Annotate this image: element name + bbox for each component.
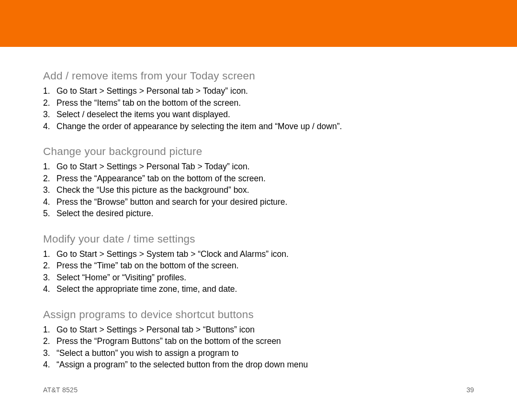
steps-list: Go to Start > Settings > Personal Tab > … <box>43 161 474 220</box>
step-item: Press the “Program Buttons” tab on the b… <box>43 335 474 347</box>
step-item: Check the “Use this picture as the backg… <box>43 184 474 196</box>
page-footer: AT&T 8525 39 <box>43 386 474 394</box>
steps-list: Go to Start > Settings > System tab > “C… <box>43 248 474 295</box>
step-item: Press the “Items” tab on the bottom of t… <box>43 97 474 109</box>
header-bar <box>0 0 517 47</box>
page-content: Add / remove items from your Today scree… <box>0 47 517 371</box>
step-item: Select the appropriate time zone, time, … <box>43 283 474 295</box>
step-item: Go to Start > Settings > Personal tab > … <box>43 85 474 97</box>
step-item: Go to Start > Settings > System tab > “C… <box>43 248 474 260</box>
section-date-time: Modify your date / time settings Go to S… <box>43 233 474 295</box>
step-item: Change the order of appearance by select… <box>43 121 474 133</box>
steps-list: Go to Start > Settings > Personal tab > … <box>43 85 474 132</box>
device-model-label: AT&T 8525 <box>43 386 78 394</box>
section-title: Add / remove items from your Today scree… <box>43 70 474 82</box>
section-title: Change your background picture <box>43 145 474 158</box>
page-number: 39 <box>466 386 474 394</box>
step-item: Select “Home” or “Visiting” profiles. <box>43 272 474 284</box>
section-today-items: Add / remove items from your Today scree… <box>43 70 474 132</box>
section-background-picture: Change your background picture Go to Sta… <box>43 145 474 220</box>
step-item: Press the “Browse” button and search for… <box>43 196 474 208</box>
step-item: Go to Start > Settings > Personal Tab > … <box>43 161 474 173</box>
section-title: Modify your date / time settings <box>43 233 474 245</box>
step-item: Select / deselect the items you want dis… <box>43 109 474 121</box>
step-item: “Select a button” you wish to assign a p… <box>43 347 474 359</box>
step-item: Go to Start > Settings > Personal tab > … <box>43 324 474 336</box>
section-shortcut-buttons: Assign programs to device shortcut butto… <box>43 309 474 371</box>
step-item: Press the “Time” tab on the bottom of th… <box>43 260 474 272</box>
section-title: Assign programs to device shortcut butto… <box>43 309 474 321</box>
step-item: Press the “Appearance” tab on the bottom… <box>43 173 474 185</box>
document-page: Add / remove items from your Today scree… <box>0 0 517 420</box>
step-item: Select the desired picture. <box>43 208 474 220</box>
step-item: “Assign a program” to the selected butto… <box>43 359 474 371</box>
steps-list: Go to Start > Settings > Personal tab > … <box>43 324 474 371</box>
